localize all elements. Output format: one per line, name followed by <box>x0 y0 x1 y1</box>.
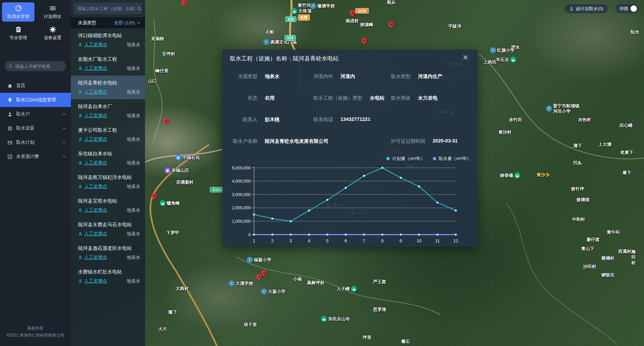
person-icon <box>78 137 83 142</box>
map-label-text: 峰仔里 <box>156 68 169 74</box>
toggle-knob[interactable] <box>631 5 637 12</box>
svg-text:8: 8 <box>381 238 384 243</box>
monitor-point-link[interactable]: 人工监测点 <box>78 89 107 95</box>
app-tile-2[interactable]: 计划用水 <box>36 2 69 22</box>
map-label: 文墩塘学校 <box>310 3 335 9</box>
app-tile-label: 取用水管理 <box>7 14 29 20</box>
map-label: 吉告村 <box>578 117 591 123</box>
map-label-text: 天珠顶 <box>298 8 311 14</box>
school-marker-icon: 文 <box>263 39 270 45</box>
svg-text:4: 4 <box>308 238 310 243</box>
filter-dropdown[interactable]: 全部 (125) <box>114 20 141 26</box>
mountain-marker-icon <box>321 316 327 322</box>
chevron-down-icon[interactable] <box>62 155 66 159</box>
detail-toggle[interactable]: 详情 <box>615 4 639 13</box>
monitor-point-link[interactable]: 人工监测点 <box>78 113 107 119</box>
sidebar-item-6[interactable]: 水资源计费 <box>0 150 71 164</box>
map-label: 大片 <box>158 326 167 332</box>
copyright-line1: 版权所有 <box>0 325 71 331</box>
facility-list-item[interactable]: 陆河县宝塔水电站人工监测点地表水 <box>71 194 145 217</box>
school-marker-icon: 文 <box>247 257 253 263</box>
map-label: 善德村 <box>601 256 615 261</box>
facility-search-input[interactable] <box>77 6 137 11</box>
map-label: 黄牛叫 <box>607 230 620 235</box>
facility-list-item[interactable]: 水唇镇水栏肚水电站人工监测点地表水 <box>71 265 145 288</box>
sidebar-search-input[interactable] <box>15 64 75 69</box>
facility-list-item[interactable]: 河口镇唱歌潭水电站人工监测点地表水 <box>71 28 145 52</box>
water-source-type: 地表水 <box>127 160 141 166</box>
monitor-point-link[interactable]: 人工监测点 <box>78 184 107 190</box>
facility-list-item[interactable]: 陆河县青砼水电站人工监测点地表水 <box>71 76 145 99</box>
mountain-marker-icon <box>291 8 297 14</box>
monitor-point-label: 人工监测点 <box>84 136 107 142</box>
facility-list-item[interactable]: 麦卡公司取水工程人工监测点地表水 <box>71 123 145 147</box>
map-label: 黄沙乡 <box>537 172 550 178</box>
field-pair: 河道内外河道内 <box>313 73 355 80</box>
map-label-text: 大新小学 <box>268 289 286 294</box>
person-icon <box>78 184 83 189</box>
school-marker-icon: 文 <box>229 281 235 287</box>
sidebar-item-2[interactable]: 取水口GIS信息管理 <box>0 93 71 107</box>
app-tile-4[interactable]: 业务设置 <box>36 24 69 43</box>
water-source-type: 地表水 <box>127 65 141 72</box>
monitor-point-link[interactable]: 人工监测点 <box>78 231 107 237</box>
facility-list-item[interactable]: 陆河县激石溪老区水电站人工监测点地表水 <box>71 241 145 265</box>
field-value: 水力发电 <box>418 95 438 101</box>
map-label-text: 高树坪村 <box>307 280 325 286</box>
map-label-text: 庵下 <box>622 170 631 176</box>
sidebar-item-4[interactable]: 取水设置 <box>0 121 71 135</box>
field-value: 13432771221 <box>340 116 370 123</box>
sidebar-item-1[interactable]: 首页 <box>0 79 71 93</box>
sidebar-item-3[interactable]: 取水户 <box>0 107 71 121</box>
monitor-point-link[interactable]: 人工监测点 <box>78 255 107 261</box>
field-value: 2025-03-31 <box>433 138 458 144</box>
copyright: 版权所有 ©2021 珠海市仁智科技有限公司 <box>0 325 71 339</box>
chevron-down-icon[interactable] <box>62 140 66 144</box>
field-value: 在用 <box>265 95 275 101</box>
monitor-point-link[interactable]: 人工监测点 <box>78 160 107 166</box>
facility-list-item[interactable]: 陆河县水唇走马石水电站人工监测点地表水 <box>71 217 145 241</box>
facility-list-item[interactable]: 友能水厂取水工程人工监测点地表水 <box>71 52 145 76</box>
app-tile-3[interactable]: 节水管理 <box>2 24 34 43</box>
facility-list-item[interactable]: 陆河县南万镇杞洋水电站人工监测点地表水 <box>71 170 145 194</box>
monitor-point-link[interactable]: 人工监测点 <box>78 136 107 142</box>
map-label-text: 吉告村 <box>578 117 591 123</box>
map-label: 大路村 <box>176 286 189 291</box>
facility-list-item[interactable]: 陆河县自来水厂人工监测点地表水 <box>71 99 145 123</box>
map-label-text: 普宁市船埔镇 河坑小学 <box>553 103 580 114</box>
monitor-point-link[interactable]: 人工监测点 <box>78 278 107 284</box>
app-tile-label: 计划用水 <box>44 14 61 20</box>
field-pair: 状态在用 <box>227 95 275 101</box>
map-label-text: 山口 <box>148 78 157 84</box>
facility-search[interactable] <box>74 3 142 14</box>
user-icon <box>7 112 12 117</box>
monitor-point-label: 人工监测点 <box>84 231 107 237</box>
map-label: 青山下 <box>581 246 594 251</box>
sidebar-item-5[interactable]: 取水计划 <box>0 135 71 150</box>
facility-name: 陆河县南万镇杞洋水电站 <box>78 174 140 181</box>
chart-legend: 计划量（m³/年）取水量（m³/年） <box>222 156 477 162</box>
sidebar-search[interactable] <box>5 61 66 71</box>
monitor-point-label: 人工监测点 <box>84 113 107 119</box>
search-icon[interactable] <box>137 6 142 11</box>
map-label-text: 螺角峰 <box>167 201 180 206</box>
legend-item[interactable]: 取水量（m³/年） <box>433 156 471 162</box>
chevron-down-icon[interactable] <box>62 126 66 130</box>
map-label-text: 大溪学校 <box>236 281 253 286</box>
map-label-text: 挨垅峰 <box>360 22 373 27</box>
map-label: 甘坪村 <box>162 51 175 57</box>
chevron-down-icon[interactable] <box>62 112 66 116</box>
map-label-text: 青山下 <box>581 246 594 251</box>
over-plan-intake-button[interactable]: 超计划取水(0) <box>564 4 608 13</box>
map-label-text: 黄沙乡 <box>537 172 550 178</box>
monitor-point-link[interactable]: 人工监测点 <box>78 207 107 213</box>
legend-item[interactable]: 计划量（m³/年） <box>386 156 425 162</box>
person-icon <box>78 279 83 284</box>
app-tile-1[interactable]: 取用水管理 <box>2 2 34 22</box>
school-marker-icon: 文 <box>546 106 552 112</box>
close-icon[interactable]: ✕ <box>463 54 469 61</box>
monitor-point-link[interactable]: 人工监测点 <box>78 42 107 48</box>
field-label: 水源类型 <box>227 73 257 80</box>
monitor-point-link[interactable]: 人工监测点 <box>78 65 107 72</box>
facility-list-item[interactable]: 东坑镇自来水站人工监测点地表水 <box>71 147 145 170</box>
